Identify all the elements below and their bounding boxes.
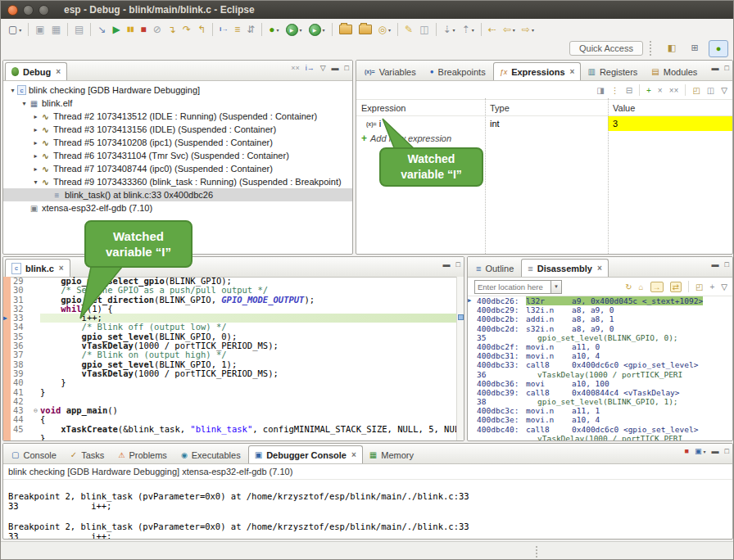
line-number[interactable]: 37: [11, 350, 31, 359]
external-tools-button[interactable]: ▶▾: [306, 21, 328, 38]
disassembly-line[interactable]: 400dbc31:movi.na10, 4: [468, 351, 732, 360]
instruction-stepping-mode-button[interactable]: i→: [306, 64, 315, 72]
minimize-icon[interactable]: ▬: [443, 260, 451, 269]
console-output[interactable]: Breakpoint 2, blink_task (pvParameter=0x…: [8, 481, 732, 540]
disassembly-line[interactable]: 400dbc3c:movi.na11, 1: [468, 406, 732, 415]
tab-registers[interactable]: Registers: [581, 62, 645, 80]
open-perspective-button[interactable]: ◧: [663, 40, 681, 56]
next-annotation-dropdown-icon[interactable]: ▾: [453, 27, 455, 33]
tree-row[interactable]: ▸Thread #2 1073413512 (IDLE : Running) (…: [3, 110, 352, 123]
save-all-button[interactable]: ▦: [49, 21, 63, 38]
remove-all-terminated-button[interactable]: ××: [291, 64, 300, 72]
disassembly-listing[interactable]: ▶400dbc26:l32ra9, 0x400d045c <_stext+109…: [468, 295, 732, 440]
forward-dropdown-icon[interactable]: ▾: [532, 27, 534, 33]
debug-perspective-button[interactable]: ●: [709, 40, 728, 57]
code-line[interactable]: 45 xTaskCreate(&blink_task, "blink_task"…: [11, 425, 456, 434]
column-header-type[interactable]: Type: [485, 100, 608, 115]
minimize-icon[interactable]: ▬: [712, 64, 719, 72]
new-cpp-project-button[interactable]: [337, 21, 355, 38]
tab-debugger-console[interactable]: Debugger Console×: [248, 445, 363, 463]
close-tab-icon[interactable]: ×: [59, 264, 64, 273]
previous-annotation-button[interactable]: ⇡▾: [460, 21, 477, 38]
tree-row[interactable]: xtensa-esp32-elf-gdb (7.10): [3, 201, 352, 215]
tab-outline[interactable]: Outline: [469, 259, 521, 277]
mark-occurrences-button[interactable]: ✎: [402, 21, 415, 38]
remove-expression-button[interactable]: ×: [658, 86, 663, 95]
tree-expander-icon[interactable]: ▸: [31, 165, 40, 173]
disassembly-line[interactable]: 400dbc3e:movi.na10, 4: [468, 415, 732, 424]
disassembly-line[interactable]: 35gpio_set_level(BLINK_GPIO, 0);: [468, 333, 732, 342]
maximize-icon[interactable]: □: [456, 260, 460, 269]
tree-row[interactable]: blink_task() at blink.c:33 0x400dbc26: [3, 188, 352, 201]
window-maximize-button[interactable]: [39, 5, 49, 16]
collapse-all-button[interactable]: ⊟: [626, 86, 632, 95]
disassembly-line[interactable]: 400dbc36:movia10, 100: [468, 379, 732, 388]
tree-row[interactable]: ▾Thread #9 1073433360 (blink_task : Runn…: [3, 175, 352, 188]
step-over-button[interactable]: ↷: [180, 21, 193, 38]
tree-expander-icon[interactable]: ▸: [31, 126, 40, 133]
column-header-expression[interactable]: Expression: [356, 100, 485, 115]
column-header-value[interactable]: Value: [608, 100, 732, 115]
line-number[interactable]: 45: [11, 425, 31, 434]
tab-disassembly[interactable]: Disassembly×: [521, 259, 609, 277]
view-menu-button[interactable]: ▽: [721, 282, 727, 291]
refresh-button[interactable]: ↻: [625, 282, 632, 291]
disassembly-line[interactable]: ▶400dbc26:l32ra9, 0x400d045c <_stext+109…: [468, 296, 732, 305]
tree-expander-icon[interactable]: ▸: [31, 113, 40, 120]
step-into-button[interactable]: ↴: [165, 21, 179, 38]
tree-row[interactable]: ▸Thread #3 1073413156 (IDLE) (Suspended …: [3, 123, 352, 136]
new-disassembly-view-button[interactable]: ◰: [695, 282, 703, 291]
quick-access-button[interactable]: Quick Access: [569, 41, 643, 56]
tree-row[interactable]: ▸Thread #5 1073410208 (ipc1) (Suspended …: [3, 136, 352, 149]
location-input[interactable]: [474, 280, 550, 294]
maximize-icon[interactable]: □: [725, 260, 729, 269]
tree-expander-icon[interactable]: ▸: [31, 152, 40, 160]
layout-view-button[interactable]: ◫: [707, 86, 714, 95]
code-line[interactable]: 43⊖void app_main(): [11, 406, 456, 415]
track-pc-button[interactable]: →: [650, 282, 664, 292]
terminate-console-button[interactable]: ■: [685, 447, 689, 455]
print-button[interactable]: ▤: [72, 21, 86, 38]
forward-button[interactable]: ⇨▾: [519, 21, 537, 38]
previous-annotation-dropdown-icon[interactable]: ▾: [472, 27, 474, 33]
column-divider[interactable]: [485, 98, 486, 254]
tree-expander-icon[interactable]: ▾: [31, 178, 40, 186]
display-selected-console-button[interactable]: ▣▾: [695, 447, 706, 455]
tab-memory[interactable]: Memory: [363, 445, 421, 463]
annotation-ruler[interactable]: ▶: [3, 277, 11, 440]
sync-with-context-button[interactable]: ⇄: [670, 282, 682, 292]
debug-button[interactable]: ●▾: [266, 21, 281, 38]
disassembly-line[interactable]: 400dbc2b:addi.na8, a8, 1: [468, 314, 732, 323]
open-element-button[interactable]: [356, 21, 374, 38]
home-button[interactable]: ⌂: [639, 282, 644, 291]
tree-row[interactable]: ▸Thread #7 1073408744 (ipc0) (Suspended …: [3, 162, 352, 175]
show-annotations-button[interactable]: ◫: [417, 21, 431, 38]
tab-expressions[interactable]: Expressions×: [493, 62, 582, 80]
show-logical-structures-button[interactable]: ⋮: [611, 86, 619, 95]
remove-all-expressions-button[interactable]: ××: [669, 86, 679, 95]
location-dropdown-icon[interactable]: ▼: [550, 280, 562, 294]
tab-executables[interactable]: Executables: [174, 445, 248, 463]
disassembly-line[interactable]: 400dbc2d:s32i.na8, a9, 0: [468, 324, 732, 333]
tab-problems[interactable]: Problems: [111, 445, 174, 463]
debug-dropdown-icon[interactable]: ▾: [277, 27, 279, 33]
tree-row[interactable]: ▾cblink checking [GDB Hardware Debugging…: [3, 84, 352, 97]
disassembly-line[interactable]: 400dbc40:call80x400dc6c0 <gpio_set_level…: [468, 425, 732, 434]
use-step-filters-button[interactable]: ⇵: [244, 21, 257, 38]
step-return-button[interactable]: ↰: [195, 21, 208, 38]
last-edit-location-button[interactable]: ⇠: [486, 21, 499, 38]
next-annotation-button[interactable]: ⇣▾: [441, 21, 458, 38]
tab-breakpoints[interactable]: Breakpoints: [424, 62, 493, 80]
external-tools-dropdown-icon[interactable]: ▾: [323, 27, 325, 33]
overview-ruler[interactable]: [456, 277, 464, 440]
code-line[interactable]: 41}: [11, 388, 456, 397]
tree-expander-icon[interactable]: ▾: [20, 100, 29, 107]
tab-debug[interactable]: Debug×: [5, 62, 67, 80]
disassembly-line[interactable]: 400dbc39:call80x400844c4 <vTaskDelay>: [468, 388, 732, 397]
suspend-button[interactable]: ▮▮: [125, 21, 137, 38]
search-button[interactable]: ◎▾: [376, 21, 394, 38]
tree-expander-icon[interactable]: ▸: [31, 139, 40, 147]
disassembly-line[interactable]: 38gpio_set_level(BLINK_GPIO, 1);: [468, 397, 732, 406]
line-number[interactable]: 40: [11, 378, 31, 387]
minimize-button[interactable]: ▬: [332, 64, 339, 72]
